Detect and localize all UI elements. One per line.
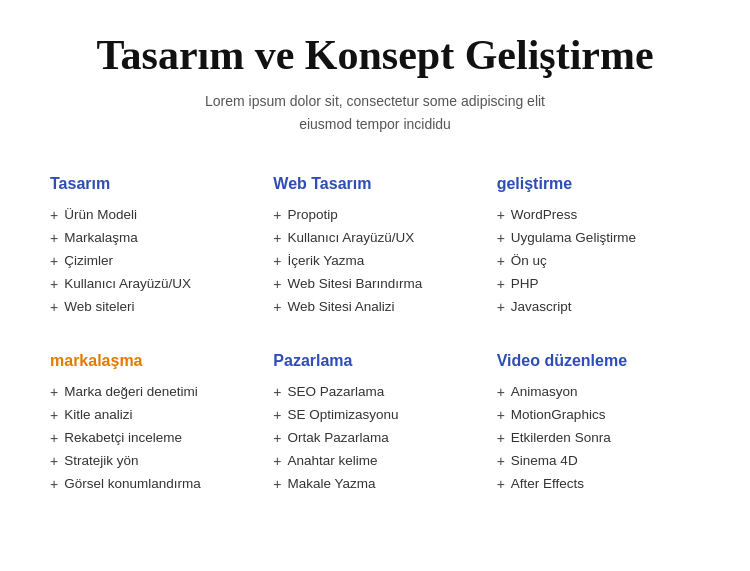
- list-item-text: Web Sitesi Barındırma: [288, 276, 423, 291]
- list-item: +Kullanıcı Arayüzü/UX: [50, 276, 253, 292]
- list-item-text: Web Sitesi Analizi: [288, 299, 395, 314]
- list-item: +Etkilerden Sonra: [497, 430, 700, 446]
- column-title-gelistirme: geliştirme: [497, 175, 700, 193]
- plus-icon: +: [497, 453, 505, 469]
- subtitle: Lorem ipsum dolor sit, consectetur some …: [50, 90, 700, 135]
- plus-icon: +: [497, 476, 505, 492]
- list-item: +Ortak Pazarlama: [273, 430, 476, 446]
- list-item-text: Marka değeri denetimi: [64, 384, 198, 399]
- list-item: +İçerik Yazma: [273, 253, 476, 269]
- list-item-text: Makale Yazma: [288, 476, 376, 491]
- list-item-text: Javascript: [511, 299, 572, 314]
- plus-icon: +: [273, 230, 281, 246]
- plus-icon: +: [497, 253, 505, 269]
- list-item: +MotionGraphics: [497, 407, 700, 423]
- column-pazarlama: Pazarlama+SEO Pazarlama+SE Optimizasyonu…: [273, 352, 476, 499]
- plus-icon: +: [273, 384, 281, 400]
- list-item-text: Ürün Modeli: [64, 207, 137, 222]
- list-item: +Uygulama Geliştirme: [497, 230, 700, 246]
- page-title: Tasarım ve Konsept Geliştirme: [50, 30, 700, 80]
- plus-icon: +: [497, 299, 505, 315]
- column-gelistirme: geliştirme+WordPress+Uygulama Geliştirme…: [497, 175, 700, 322]
- list-item: +Kullanıcı Arayüzü/UX: [273, 230, 476, 246]
- plus-icon: +: [50, 476, 58, 492]
- list-item: +Web siteleri: [50, 299, 253, 315]
- list-item: +Stratejik yön: [50, 453, 253, 469]
- list-item: +Markalaşma: [50, 230, 253, 246]
- list-item-text: Çizimler: [64, 253, 113, 268]
- page-wrapper: Tasarım ve Konsept Geliştirme Lorem ipsu…: [0, 0, 750, 539]
- plus-icon: +: [273, 299, 281, 315]
- subtitle-line1: Lorem ipsum dolor sit, consectetur some …: [205, 93, 545, 109]
- list-item: +Ürün Modeli: [50, 207, 253, 223]
- plus-icon: +: [273, 453, 281, 469]
- list-item-text: Anahtar kelime: [288, 453, 378, 468]
- column-list-web-tasarim: +Propotip+Kullanıcı Arayüzü/UX+İçerik Ya…: [273, 207, 476, 315]
- list-item-text: Kullanıcı Arayüzü/UX: [64, 276, 191, 291]
- list-item-text: Ön uç: [511, 253, 547, 268]
- plus-icon: +: [50, 299, 58, 315]
- list-item-text: SE Optimizasyonu: [288, 407, 399, 422]
- column-markalasma: markalaşma+Marka değeri denetimi+Kitle a…: [50, 352, 253, 499]
- list-item-text: Propotip: [288, 207, 338, 222]
- list-item: +After Effects: [497, 476, 700, 492]
- column-title-video-duzenleme: Video düzenleme: [497, 352, 700, 370]
- list-item: +SE Optimizasyonu: [273, 407, 476, 423]
- plus-icon: +: [497, 276, 505, 292]
- list-item: +Anahtar kelime: [273, 453, 476, 469]
- header: Tasarım ve Konsept Geliştirme Lorem ipsu…: [50, 30, 700, 135]
- list-item-text: Kullanıcı Arayüzü/UX: [288, 230, 415, 245]
- list-item-text: Stratejik yön: [64, 453, 138, 468]
- list-item-text: Rekabetçi inceleme: [64, 430, 182, 445]
- column-list-markalasma: +Marka değeri denetimi+Kitle analizi+Rek…: [50, 384, 253, 492]
- list-item-text: Etkilerden Sonra: [511, 430, 611, 445]
- list-item-text: After Effects: [511, 476, 584, 491]
- list-item-text: Görsel konumlandırma: [64, 476, 201, 491]
- column-video-duzenleme: Video düzenleme+Animasyon+MotionGraphics…: [497, 352, 700, 499]
- plus-icon: +: [50, 276, 58, 292]
- list-item: +Web Sitesi Barındırma: [273, 276, 476, 292]
- plus-icon: +: [50, 453, 58, 469]
- list-item: +Rekabetçi inceleme: [50, 430, 253, 446]
- list-item: +SEO Pazarlama: [273, 384, 476, 400]
- plus-icon: +: [497, 230, 505, 246]
- list-item: +Görsel konumlandırma: [50, 476, 253, 492]
- plus-icon: +: [50, 384, 58, 400]
- list-item-text: Markalaşma: [64, 230, 138, 245]
- list-item-text: Sinema 4D: [511, 453, 578, 468]
- list-item: +PHP: [497, 276, 700, 292]
- list-item-text: MotionGraphics: [511, 407, 606, 422]
- plus-icon: +: [273, 476, 281, 492]
- column-list-video-duzenleme: +Animasyon+MotionGraphics+Etkilerden Son…: [497, 384, 700, 492]
- column-title-web-tasarim: Web Tasarım: [273, 175, 476, 193]
- plus-icon: +: [273, 276, 281, 292]
- list-item-text: PHP: [511, 276, 539, 291]
- list-item-text: Web siteleri: [64, 299, 134, 314]
- plus-icon: +: [497, 207, 505, 223]
- column-list-tasarim: +Ürün Modeli+Markalaşma+Çizimler+Kullanı…: [50, 207, 253, 315]
- list-item: +Makale Yazma: [273, 476, 476, 492]
- list-item-text: Ortak Pazarlama: [288, 430, 389, 445]
- plus-icon: +: [273, 430, 281, 446]
- column-title-pazarlama: Pazarlama: [273, 352, 476, 370]
- list-item: +Animasyon: [497, 384, 700, 400]
- plus-icon: +: [497, 407, 505, 423]
- column-list-gelistirme: +WordPress+Uygulama Geliştirme+Ön uç+PHP…: [497, 207, 700, 315]
- plus-icon: +: [50, 253, 58, 269]
- list-item: +Web Sitesi Analizi: [273, 299, 476, 315]
- subtitle-line2: eiusmod tempor incididu: [299, 116, 451, 132]
- plus-icon: +: [50, 430, 58, 446]
- list-item-text: Uygulama Geliştirme: [511, 230, 636, 245]
- list-item: +Javascript: [497, 299, 700, 315]
- list-item: +Çizimler: [50, 253, 253, 269]
- list-item-text: WordPress: [511, 207, 578, 222]
- column-title-tasarim: Tasarım: [50, 175, 253, 193]
- plus-icon: +: [273, 253, 281, 269]
- list-item: +Ön uç: [497, 253, 700, 269]
- list-item: +Propotip: [273, 207, 476, 223]
- column-tasarim: Tasarım+Ürün Modeli+Markalaşma+Çizimler+…: [50, 175, 253, 322]
- list-item-text: Animasyon: [511, 384, 578, 399]
- plus-icon: +: [50, 230, 58, 246]
- plus-icon: +: [273, 207, 281, 223]
- column-title-markalasma: markalaşma: [50, 352, 253, 370]
